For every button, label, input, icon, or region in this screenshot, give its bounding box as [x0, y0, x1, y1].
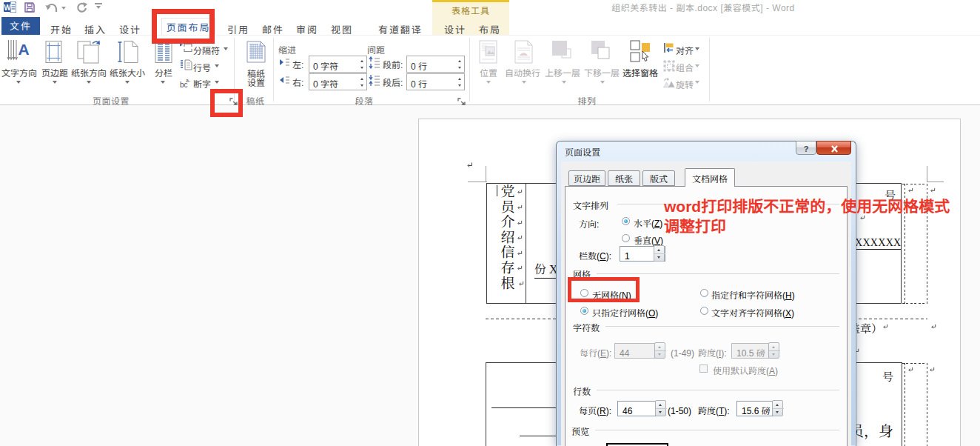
svg-text:A: A: [18, 41, 29, 58]
svg-text:bc: bc: [180, 81, 188, 88]
svg-text:W: W: [4, 4, 11, 12]
